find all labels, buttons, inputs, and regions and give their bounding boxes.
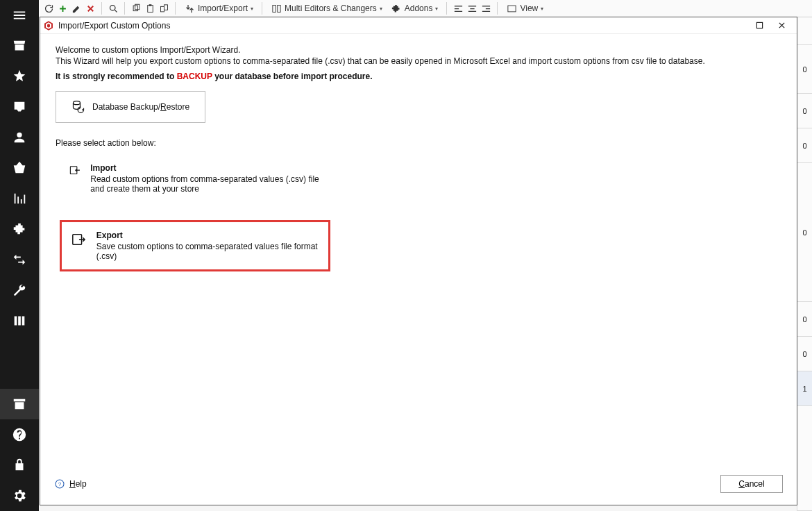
app-logo-icon [43,20,54,31]
svg-rect-7 [272,5,275,12]
svg-rect-5 [160,6,164,12]
dialog-titlebar: Import/Export Custom Options [40,17,797,34]
intro-line-1: Welcome to custom options Import/Export … [56,45,781,55]
grid-right-column: 0 0 0 0 0 0 1 [797,17,812,511]
action-import-title: Import [90,163,321,173]
import-icon [69,165,81,181]
dialog-footer: ? Help Cancel [40,471,797,505]
sidebar-menu-icon[interactable] [0,0,39,31]
align-center-icon[interactable] [466,3,477,14]
sidebar-lock-icon[interactable] [0,450,39,480]
svg-rect-4 [149,4,151,6]
paste-icon[interactable] [144,3,155,14]
search-icon[interactable] [108,3,119,14]
svg-rect-6 [164,4,167,10]
sidebar-help-icon[interactable] [0,419,39,450]
sidebar-store-icon[interactable] [0,31,39,61]
sidebar-archive-icon[interactable] [0,389,39,419]
dialog-body: Welcome to custom options Import/Export … [40,34,797,471]
toolbar-addons-label: Addons [405,3,433,13]
toolbar-view[interactable]: View▾ [503,3,546,14]
sidebar-star-icon[interactable] [0,61,39,92]
edit-icon[interactable] [71,3,82,14]
refresh-icon[interactable] [43,3,54,14]
toolbar-import-export-label: Import/Export [198,3,248,13]
action-import[interactable]: Import Read custom options from comma-se… [60,155,330,202]
svg-rect-1 [133,6,137,11]
align-left-icon[interactable] [452,3,464,14]
backup-restore-button[interactable]: Database Backup/Restore [56,91,205,123]
svg-rect-2 [135,4,139,10]
grid-cell-header [797,17,812,45]
svg-point-11 [74,101,81,105]
import-export-icon [184,3,195,14]
svg-rect-8 [277,5,280,12]
sidebar-chart-icon[interactable] [0,183,39,214]
sidebar-inbox-icon[interactable] [0,92,39,122]
sidebar-plugin-icon[interactable] [0,214,39,244]
action-export-desc: Save custom options to comma-separated v… [96,242,319,261]
action-import-desc: Read custom options from comma-separated… [90,174,321,194]
help-label: Help [69,479,87,489]
grid-cell: 0 [797,45,812,94]
addons-icon [391,3,402,14]
clone-icon[interactable] [158,3,169,14]
maximize-button[interactable] [748,18,770,33]
toolbar-multi-editors[interactable]: Multi Editors & Changers▾ [268,3,385,14]
help-link[interactable]: ? Help [54,478,87,489]
toolbar-import-export[interactable]: Import/Export▾ [181,3,256,14]
svg-rect-10 [756,22,762,28]
align-right-icon[interactable] [480,3,491,14]
add-icon[interactable] [57,3,68,14]
grid-cell: 0 [797,128,812,163]
close-button[interactable] [770,18,793,33]
backup-restore-label: Database Backup/Restore [92,102,189,112]
grid-cell: 0 [797,163,812,302]
svg-point-0 [110,5,115,10]
grid-cell: 0 [797,94,812,128]
backup-warning-post: your database before import procedure. [212,72,373,81]
toolbar-multi-editors-label: Multi Editors & Changers [285,3,377,13]
backup-warning-pre: It is strongly recommended to [56,72,177,81]
sidebar-settings-icon[interactable] [0,480,39,511]
intro-line-2: This Wizard will help you export custom … [56,56,781,66]
copy-icon[interactable] [130,3,142,14]
sidebar-user-icon[interactable] [0,122,39,153]
view-icon [506,3,517,14]
action-export[interactable]: Export Save custom options to comma-sepa… [60,220,330,271]
svg-rect-9 [508,6,516,12]
dialog-title: Import/Export Custom Options [58,21,748,31]
export-icon [71,232,87,249]
cancel-button[interactable]: Cancel [720,475,783,493]
database-backup-icon [71,100,85,114]
main-toolbar: Import/Export▾ Multi Editors & Changers▾… [39,0,812,17]
import-export-dialog: Import/Export Custom Options Welcome to … [40,17,797,505]
toolbar-view-label: View [520,3,538,13]
grid-cell: 0 [797,337,812,371]
cancel-label: Cancel [738,479,764,489]
multi-editors-icon [271,3,282,14]
backup-warning: It is strongly recommended to BACKUP you… [56,72,781,81]
action-export-title: Export [96,231,319,240]
sidebar-sync-icon[interactable] [0,244,39,275]
grid-cell-empty [797,406,812,511]
select-action-label: Please select action below: [56,138,781,148]
sidebar-columns-icon[interactable] [0,305,39,336]
svg-text:?: ? [58,481,62,487]
toolbar-addons[interactable]: Addons▾ [388,3,441,14]
svg-rect-3 [147,5,153,12]
delete-icon[interactable] [85,3,96,14]
grid-cell: 0 [797,302,812,337]
sidebar-wrench-icon[interactable] [0,275,39,305]
backup-warning-keyword: BACKUP [177,72,212,81]
sidebar-basket-icon[interactable] [0,153,39,183]
grid-cell-selected: 1 [797,371,812,406]
app-sidebar [0,0,39,511]
help-icon: ? [54,478,65,489]
